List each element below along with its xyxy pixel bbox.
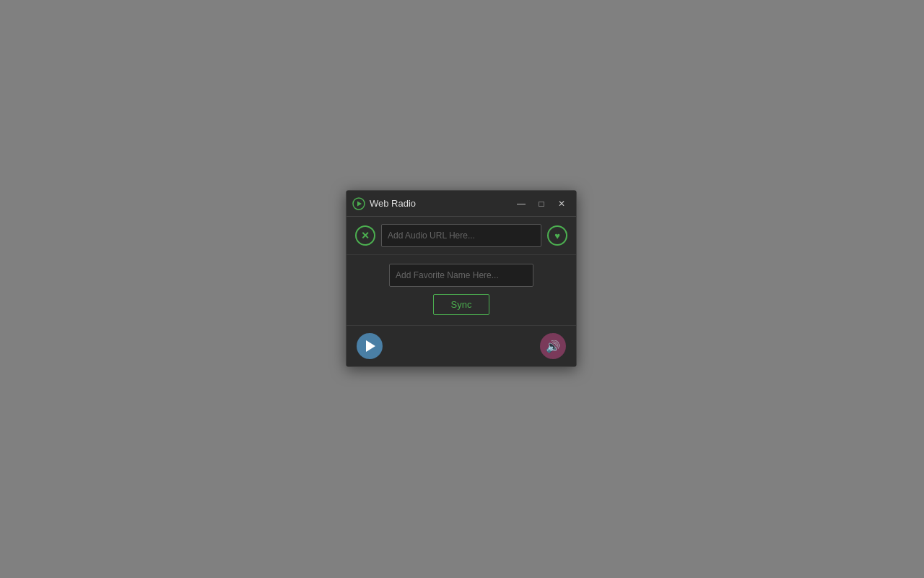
favorite-name-row (355, 264, 567, 287)
add-favorite-button[interactable]: ♥ (547, 225, 567, 246)
title-bar: Web Radio — □ ✕ (346, 191, 576, 217)
play-icon (366, 340, 375, 352)
heart-icon: ♥ (554, 231, 560, 241)
cancel-url-button[interactable]: ✕ (355, 225, 375, 246)
close-button[interactable]: ✕ (553, 197, 570, 211)
play-button[interactable] (357, 333, 383, 359)
favorite-name-input[interactable] (389, 264, 533, 287)
audio-url-input[interactable] (381, 224, 541, 247)
volume-button[interactable]: 🔊 (540, 333, 566, 359)
maximize-button[interactable]: □ (533, 197, 550, 211)
url-row: ✕ ♥ (346, 217, 576, 255)
player-bar: 🔊 (346, 326, 576, 366)
volume-icon: 🔊 (546, 340, 560, 353)
sync-button[interactable]: Sync (433, 294, 490, 315)
cancel-icon: ✕ (361, 230, 370, 241)
window-title: Web Radio (370, 198, 513, 209)
main-window: Web Radio — □ ✕ ✕ ♥ Sync 🔊 (346, 190, 577, 367)
sync-row: Sync (355, 294, 567, 319)
app-icon (352, 197, 365, 210)
svg-marker-1 (357, 201, 362, 206)
window-controls: — □ ✕ (513, 197, 570, 211)
minimize-button[interactable]: — (513, 197, 530, 211)
favorites-section: Sync (346, 255, 576, 326)
